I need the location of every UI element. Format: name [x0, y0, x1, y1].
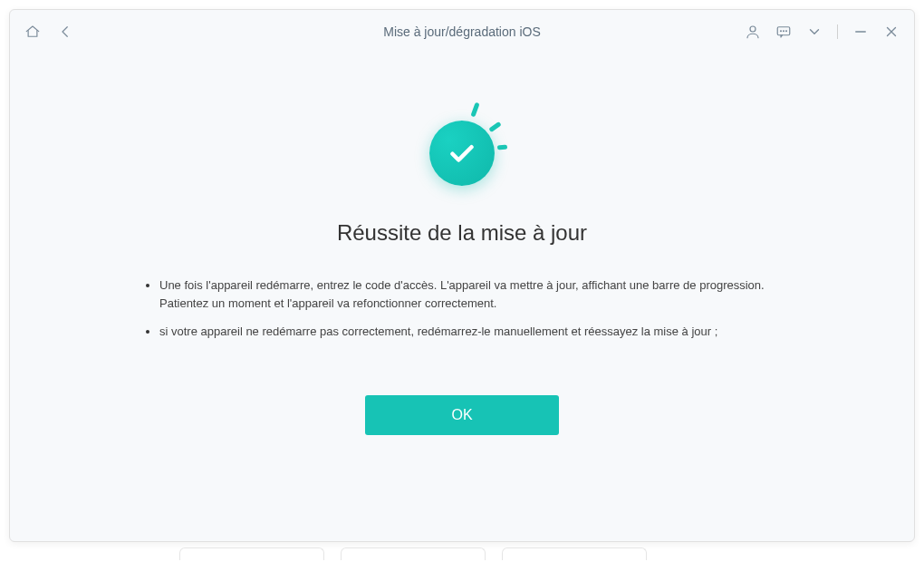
svg-point-4: [786, 31, 787, 32]
ghost-box: [179, 547, 324, 560]
app-window: Mise à jour/dégradation iOS: [9, 9, 915, 542]
chevron-down-icon[interactable]: [806, 24, 823, 40]
svg-point-2: [781, 31, 782, 32]
ghost-box: [502, 547, 647, 560]
list-item: Une fois l'appareil redémarre, entrez le…: [159, 276, 779, 312]
titlebar-left: [24, 24, 73, 40]
titlebar-divider: [837, 24, 838, 39]
ray-icon: [497, 145, 507, 150]
ok-button[interactable]: OK: [365, 395, 559, 435]
ray-icon: [488, 121, 501, 132]
titlebar: Mise à jour/dégradation iOS: [10, 10, 914, 53]
ray-icon: [470, 102, 479, 118]
feedback-icon[interactable]: [775, 24, 792, 40]
user-icon[interactable]: [745, 24, 761, 40]
svg-point-0: [750, 26, 756, 32]
close-icon[interactable]: [883, 24, 900, 40]
home-icon[interactable]: [24, 24, 41, 40]
success-headline: Réussite de la mise à jour: [337, 220, 587, 246]
content-area: Réussite de la mise à jour Une fois l'ap…: [10, 53, 914, 541]
titlebar-right: [745, 24, 900, 40]
check-icon: [429, 121, 495, 186]
instructions-list: Une fois l'appareil redémarre, entrez le…: [145, 276, 779, 352]
svg-point-3: [784, 31, 784, 32]
success-graphic: [417, 108, 507, 199]
list-item: si votre appareil ne redémarre pas corre…: [159, 323, 779, 341]
minimize-icon[interactable]: [852, 24, 869, 40]
background-shapes: [179, 547, 647, 560]
back-icon[interactable]: [57, 24, 73, 40]
ghost-box: [341, 547, 486, 560]
